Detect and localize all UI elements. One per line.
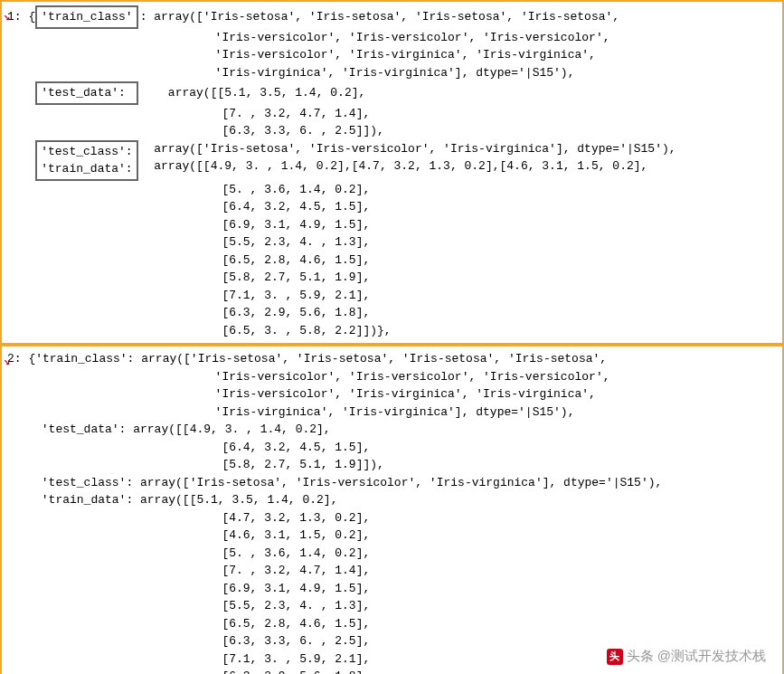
line: [7. , 3.2, 4.7, 1.4], xyxy=(165,105,777,123)
line-prefix: 1: { xyxy=(7,10,35,24)
array-row: [4.6, 3.1, 1.5, 0.2], xyxy=(165,527,777,545)
output-block-1: ↘ 1: {'train_class': array(['Iris-setosa… xyxy=(0,0,784,345)
line: 'test_class':'train_data': array(['Iris-… xyxy=(7,140,777,181)
highlight-box-train-class: 'train_class' xyxy=(35,5,137,29)
line: 'Iris-versicolor', 'Iris-versicolor', 'I… xyxy=(165,368,777,386)
box-text: 'train_data': xyxy=(41,162,132,176)
array-row: [5.8, 2.7, 5.1, 1.9], xyxy=(165,269,777,287)
array-row: [6.5, 3. , 5.8, 2.2]])}, xyxy=(165,322,777,340)
arrow-icon: ↘ xyxy=(4,9,10,25)
array-row: [6.3, 2.9, 5.6, 1.8], xyxy=(165,304,777,322)
line-text: array(['Iris-setosa', 'Iris-versicolor',… xyxy=(140,140,676,158)
watermark: 头 头条 @测试开发技术栈 xyxy=(607,648,766,665)
array-row: [6.5, 2.8, 4.6, 1.5], xyxy=(165,252,777,270)
line: 'Iris-virginica', 'Iris-virginica'], dty… xyxy=(165,64,777,82)
array-row: [6.9, 3.1, 4.9, 1.5], xyxy=(165,216,777,234)
line: 2: {'train_class': array(['Iris-setosa',… xyxy=(7,350,777,368)
line: 'test_class': array(['Iris-setosa', 'Iri… xyxy=(34,474,777,492)
line: [5.8, 2.7, 5.1, 1.9]]), xyxy=(165,456,777,474)
array-row: [7. , 3.2, 4.7, 1.4], xyxy=(165,562,777,580)
line: 'train_data': array([[5.1, 3.5, 1.4, 0.2… xyxy=(34,491,777,509)
array-row: [7.1, 3. , 5.9, 2.1], xyxy=(165,287,777,305)
array-row: [5.5, 2.3, 4. , 1.3], xyxy=(165,233,777,252)
line-text: array([[5.1, 3.5, 1.4, 0.2], xyxy=(161,86,365,100)
array-row: [6.9, 3.1, 4.9, 1.5], xyxy=(165,580,777,598)
line: 'Iris-versicolor', 'Iris-virginica', 'Ir… xyxy=(165,385,777,403)
line-text: array([[4.9, 3. , 1.4, 0.2],[4.7, 3.2, 1… xyxy=(140,157,676,176)
line: [6.3, 3.3, 6. , 2.5]]), xyxy=(165,122,777,140)
array-row: [6.5, 2.8, 4.6, 1.5], xyxy=(165,615,777,633)
line: 1: {'train_class': array(['Iris-setosa',… xyxy=(7,5,777,29)
line: 'Iris-virginica', 'Iris-virginica'], dty… xyxy=(165,403,777,422)
output-content: 1: {'train_class': array(['Iris-setosa',… xyxy=(7,5,777,339)
output-content: 2: {'train_class': array(['Iris-setosa',… xyxy=(7,350,777,674)
line-text: : array(['Iris-setosa', 'Iris-setosa', '… xyxy=(140,10,620,24)
line: 'Iris-versicolor', 'Iris-virginica', 'Ir… xyxy=(165,46,777,64)
highlight-box-test-data: 'test_data': xyxy=(35,81,137,105)
output-block-2: ↘ 2: {'train_class': array(['Iris-setosa… xyxy=(0,345,784,674)
array-row: [4.7, 3.2, 1.3, 0.2], xyxy=(165,509,777,527)
arrow-icon: ↘ xyxy=(4,354,10,370)
array-row: [6.4, 3.2, 4.5, 1.5], xyxy=(165,198,777,216)
highlight-box-test-train: 'test_class':'train_data': xyxy=(35,140,137,181)
array-row: [6.3, 2.9, 5.6, 1.8], xyxy=(165,668,777,674)
line: 'test_data': array([[5.1, 3.5, 1.4, 0.2]… xyxy=(7,81,777,105)
box-text: 'test_class': xyxy=(41,145,132,158)
watermark-text: 头条 @测试开发技术栈 xyxy=(627,648,766,665)
watermark-icon: 头 xyxy=(607,649,623,665)
array-row: [5. , 3.6, 1.4, 0.2], xyxy=(165,181,777,199)
array-row: [5.5, 2.3, 4. , 1.3], xyxy=(165,597,777,615)
line: 'test_data': array([[4.9, 3. , 1.4, 0.2]… xyxy=(34,421,777,439)
line: [6.4, 3.2, 4.5, 1.5], xyxy=(165,439,777,457)
line: 'Iris-versicolor', 'Iris-versicolor', 'I… xyxy=(165,29,777,47)
line-text xyxy=(140,86,161,100)
array-row: [5. , 3.6, 1.4, 0.2], xyxy=(165,545,777,563)
